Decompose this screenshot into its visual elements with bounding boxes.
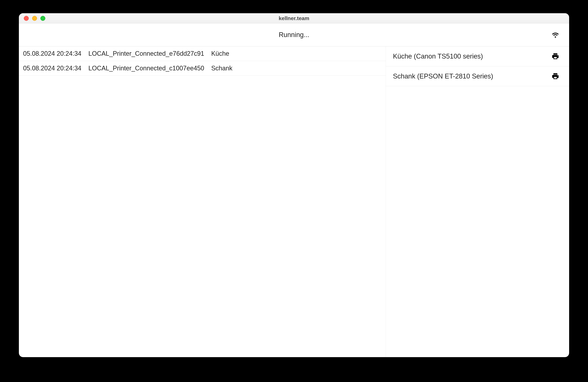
log-row: 05.08.2024 20:24:34 LOCAL_Printer_Connec… [19, 46, 386, 61]
wifi-icon[interactable] [551, 31, 559, 39]
log-panel: 05.08.2024 20:24:34 LOCAL_Printer_Connec… [19, 46, 386, 357]
status-bar: Running... [19, 23, 569, 46]
minimize-window-button[interactable] [32, 16, 37, 21]
traffic-lights [19, 16, 45, 21]
titlebar: kellner.team [19, 13, 569, 23]
log-event: LOCAL_Printer_Connected_c1007ee450 [88, 64, 204, 72]
close-window-button[interactable] [24, 16, 29, 21]
printer-icon [551, 72, 559, 80]
log-timestamp: 05.08.2024 20:24:34 [23, 64, 81, 72]
printer-name: Küche (Canon TS5100 series) [393, 53, 483, 60]
window-title: kellner.team [19, 15, 569, 21]
maximize-window-button[interactable] [40, 16, 45, 21]
printer-row[interactable]: Küche (Canon TS5100 series) [386, 46, 569, 66]
printer-icon [551, 52, 559, 60]
log-detail: Küche [211, 50, 229, 57]
status-text: Running... [279, 31, 309, 39]
log-event: LOCAL_Printer_Connected_e76dd27c91 [88, 50, 204, 57]
app-window: kellner.team Running... 05.08.2024 20:24… [19, 13, 569, 357]
printer-panel: Küche (Canon TS5100 series) Schank (EPSO… [386, 46, 569, 357]
log-timestamp: 05.08.2024 20:24:34 [23, 50, 81, 57]
log-row: 05.08.2024 20:24:34 LOCAL_Printer_Connec… [19, 61, 386, 76]
content-area: 05.08.2024 20:24:34 LOCAL_Printer_Connec… [19, 46, 569, 357]
printer-name: Schank (EPSON ET-2810 Series) [393, 72, 493, 80]
log-detail: Schank [211, 64, 232, 72]
printer-row[interactable]: Schank (EPSON ET-2810 Series) [386, 66, 569, 86]
